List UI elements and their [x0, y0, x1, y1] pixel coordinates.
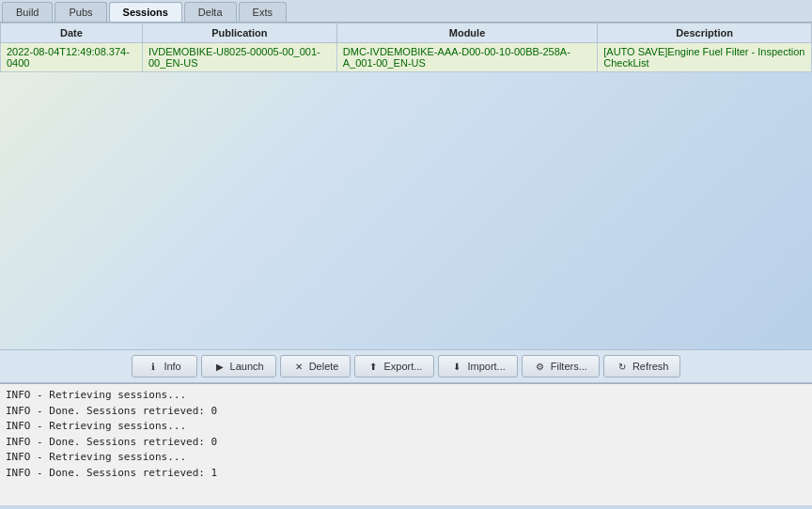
info-label: Info	[164, 361, 180, 372]
import-button[interactable]: ⬇Import...	[438, 355, 517, 378]
export-label: Export...	[383, 361, 422, 372]
table-cell-3: [AUTO SAVE]Engine Fuel Filter - Inspecti…	[598, 43, 812, 72]
tab-pubs[interactable]: Pubs	[55, 2, 106, 22]
tab-exts[interactable]: Exts	[239, 2, 287, 22]
sessions-table: Date Publication Module Description 2022…	[0, 23, 812, 72]
log-line: INFO - Done. Sessions retrieved: 1	[6, 466, 806, 482]
col-date: Date	[1, 23, 143, 43]
col-description: Description	[598, 23, 812, 43]
launch-icon: ▶	[213, 360, 226, 373]
filters-icon: ⚙	[534, 360, 547, 373]
tab-build[interactable]: Build	[2, 2, 53, 22]
log-area: INFO - Retrieving sessions...INFO - Done…	[0, 383, 812, 505]
filters-button[interactable]: ⚙Filters...	[522, 355, 600, 378]
refresh-label: Refresh	[632, 361, 669, 372]
log-line: INFO - Done. Sessions retrieved: 0	[6, 404, 806, 420]
table-area: Date Publication Module Description 2022…	[0, 23, 812, 349]
tab-sessions[interactable]: Sessions	[109, 2, 182, 22]
col-publication: Publication	[142, 23, 336, 43]
tab-delta[interactable]: Delta	[184, 2, 237, 22]
import-label: Import...	[467, 361, 505, 372]
log-line: INFO - Retrieving sessions...	[6, 450, 806, 466]
info-icon: ℹ	[147, 360, 160, 373]
info-button[interactable]: ℹInfo	[132, 355, 197, 378]
delete-icon: ✕	[292, 360, 305, 373]
log-line: INFO - Retrieving sessions...	[6, 419, 806, 435]
delete-label: Delete	[309, 361, 339, 372]
delete-button[interactable]: ✕Delete	[280, 355, 351, 378]
log-line: INFO - Done. Sessions retrieved: 0	[6, 435, 806, 451]
filters-label: Filters...	[551, 361, 587, 372]
toolbar: ℹInfo▶Launch✕Delete⬆Export...⬇Import...⚙…	[0, 349, 812, 383]
table-cell-2: DMC-IVDEMOBIKE-AAA-D00-00-10-00BB-258A-A…	[336, 43, 597, 72]
col-module: Module	[336, 23, 597, 43]
log-line: INFO - Retrieving sessions...	[6, 388, 806, 404]
launch-button[interactable]: ▶Launch	[201, 355, 276, 378]
table-row[interactable]: 2022-08-04T12:49:08.374-0400IVDEMOBIKE-U…	[1, 43, 812, 72]
import-icon: ⬇	[450, 360, 463, 373]
main-area: Date Publication Module Description 2022…	[0, 23, 812, 505]
tab-bar: BuildPubsSessionsDeltaExts	[0, 0, 812, 23]
refresh-button[interactable]: ↻Refresh	[603, 355, 681, 378]
table-cell-0: 2022-08-04T12:49:08.374-0400	[1, 43, 143, 72]
export-icon: ⬆	[367, 360, 380, 373]
launch-label: Launch	[230, 361, 264, 372]
export-button[interactable]: ⬆Export...	[354, 355, 434, 378]
table-cell-1: IVDEMOBIKE-U8025-00005-00_001-00_EN-US	[142, 43, 336, 72]
refresh-icon: ↻	[616, 360, 629, 373]
